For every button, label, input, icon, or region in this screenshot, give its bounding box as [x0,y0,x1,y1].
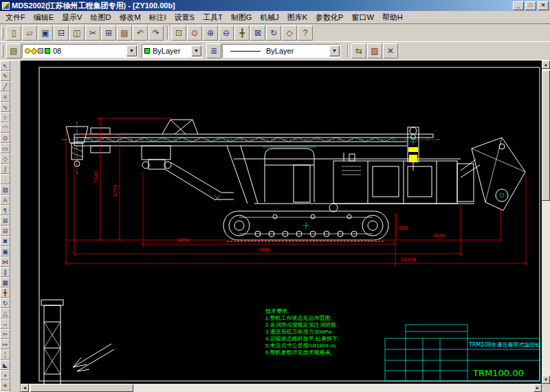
toolbar-grip[interactable] [1,27,3,39]
menu-item[interactable]: 机械J [256,11,283,24]
text-icon[interactable]: A [0,195,10,205]
horizontal-scroll-thumb[interactable] [30,384,133,392]
block-icon[interactable]: ⊞ [0,215,10,226]
color-select[interactable]: ByLayer ▼ [142,44,202,58]
titlebar[interactable]: MDS2002(江苏徐州工程集团专用) - [ZY100.00b] _ □ ✕ [0,0,550,11]
layer-select[interactable]: 08 ▼ [22,44,138,58]
select-icon[interactable]: ↖ [0,61,10,71]
match-properties-icon[interactable]: ⇆ [351,43,366,58]
horizontal-scrollbar[interactable]: ◄ ► [21,384,542,392]
arc-icon[interactable]: ◠ [0,122,10,133]
dimension-labels: 7040 6755 6850 7968 12358 4645 888 [94,171,446,263]
linetype-load-icon[interactable]: ▨ [367,43,382,58]
scale-icon[interactable]: △ [0,308,10,318]
window-title: MDS2002(江苏徐州工程集团专用) - [ZY100.00b] [12,1,513,11]
spline-icon[interactable]: ∫ [0,164,10,174]
scroll-down-button[interactable]: ▼ [542,375,550,384]
polyline-icon[interactable]: ∿ [0,102,10,112]
offset-icon[interactable]: ∥ [0,267,10,277]
toolbar-grip[interactable] [1,45,3,57]
drawing-canvas[interactable]: 7040 6755 6850 7968 12358 4645 888 [21,61,542,384]
zoom-window-icon[interactable]: ⊡ [171,25,186,41]
menu-item[interactable]: 窗口W [347,11,377,24]
note-line: 5.未注尺寸公差按GB1804-m; [265,342,339,349]
paste-icon[interactable]: ▤ [117,25,132,41]
new-file-icon[interactable]: ▯ [6,25,21,41]
layer-manager-button[interactable]: ▤ [6,43,21,58]
redraw-icon[interactable]: ↻ [266,25,281,41]
vertical-scroll-thumb[interactable] [542,70,550,201]
menu-item[interactable]: 设置S [170,11,199,24]
color-dropdown-arrow[interactable]: ▼ [191,45,201,56]
explode-icon[interactable]: ✳ [0,380,10,391]
rotate-icon[interactable]: ↻ [0,298,10,308]
zoom-out-icon[interactable]: ⊖ [219,25,234,41]
pan-icon[interactable]: ╋ [234,25,250,41]
props-right-group: ⇆▨✕ [351,43,399,58]
save-icon[interactable]: ▣ [38,25,53,41]
menu-item[interactable]: 参数化P [311,11,347,24]
vertical-scroll-track[interactable] [542,69,550,375]
array-icon[interactable]: ▦ [0,277,10,287]
layer-dropdown-arrow[interactable]: ▼ [126,45,137,56]
osnap-icon[interactable]: ◇ [282,25,297,41]
menu-item[interactable]: 帮助H [378,11,407,24]
right-column: ▲ ▼ [542,61,550,392]
window-controls: _ □ ✕ [513,1,549,10]
line-icon[interactable]: ╱ [0,81,10,91]
point-icon[interactable]: ∙ [0,174,10,184]
menu-item[interactable]: 标注I [145,11,170,24]
menu-item[interactable]: 制图G [227,11,256,24]
rectangle-icon[interactable]: ▭ [0,143,10,153]
ellipse-icon[interactable]: ⊙ [0,133,10,143]
break-icon[interactable]: ╎ [0,349,10,360]
maximize-button[interactable]: □ [525,1,536,10]
fillet-icon[interactable]: ◗ [0,370,10,380]
menu-item[interactable]: 修改M [115,11,144,24]
linetype-manager-button[interactable]: ≣ [206,43,221,58]
linetype-dropdown-arrow[interactable]: ▼ [329,45,340,56]
print-icon[interactable]: ⊟ [54,25,69,41]
linetype-select[interactable]: ByLayer ▼ [222,44,340,58]
cut-icon[interactable]: ✂ [85,25,100,41]
copy-object-icon[interactable]: ▣ [0,246,10,257]
scroll-up-button[interactable]: ▲ [542,61,550,69]
minimize-button[interactable]: _ [513,1,524,10]
menu-item[interactable]: 绘图D [86,11,115,24]
open-file-icon[interactable]: ▱ [22,25,37,41]
stretch-icon[interactable]: ↔ [0,318,10,329]
polygon-icon[interactable]: ◇ [0,153,10,164]
construction-line-icon[interactable]: ≡ [0,91,10,102]
linetype-value: ByLayer [265,47,329,55]
undo-icon[interactable]: ↶ [133,25,148,41]
zoom-all-icon[interactable]: ⊠ [250,25,265,41]
help-icon[interactable]: ? [298,25,313,41]
menu-item[interactable]: 编辑E [30,11,58,24]
menu-item[interactable]: 显示V [58,11,86,24]
menu-item[interactable]: 文件F [1,11,30,24]
menu-item[interactable]: 图库K [283,11,311,24]
close-button[interactable]: ✕ [538,1,549,10]
zoom-in-icon[interactable]: ⊕ [203,25,218,41]
purge-icon[interactable]: ✕ [383,43,398,58]
mirror-icon[interactable]: ⋈ [0,257,10,267]
circle-icon[interactable]: ○ [0,112,10,122]
redo-icon[interactable]: ↷ [148,25,164,41]
copy-icon[interactable]: ⊞ [101,25,116,41]
scroll-right-button[interactable]: ► [534,384,542,392]
mtext-icon[interactable]: ¶ [0,205,10,215]
print-preview-icon[interactable]: ◫ [69,25,85,41]
hatch-icon[interactable]: ▨ [0,184,10,195]
menu-item[interactable]: 工具T [199,11,227,24]
vertical-scrollbar[interactable]: ▲ ▼ [542,61,550,384]
extend-icon[interactable]: ↦ [0,339,10,349]
zoom-dynamic-icon[interactable]: ⊙ [187,25,202,41]
move-icon[interactable]: ╋ [0,287,10,298]
chamfer-icon[interactable]: ◣ [0,360,10,370]
trim-icon[interactable]: ✂ [0,329,10,339]
sketch-icon[interactable]: ✎ [0,71,10,81]
insert-block-icon[interactable]: ⊟ [0,226,10,236]
horizontal-scroll-track[interactable] [29,384,534,392]
erase-icon[interactable]: ✖ [0,236,10,246]
scroll-left-button[interactable]: ◄ [21,384,29,392]
